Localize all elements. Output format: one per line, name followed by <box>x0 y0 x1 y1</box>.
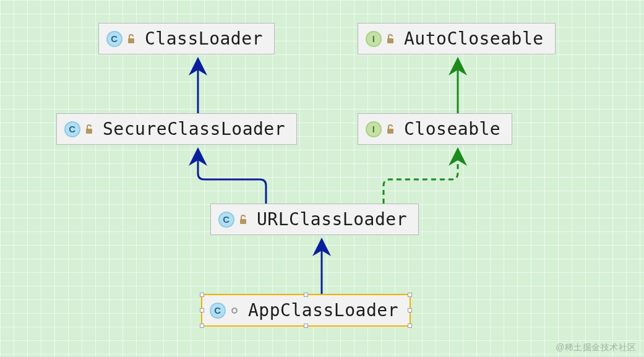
svg-rect-3 <box>387 129 393 134</box>
node-label: SecureClassLoader <box>103 119 285 139</box>
class-icon: C <box>64 121 80 137</box>
node-label: Closeable <box>404 119 500 139</box>
node-label: ClassLoader <box>145 28 263 49</box>
svg-rect-2 <box>86 129 92 134</box>
watermark-text: @稀土掘金技术社区 <box>556 342 637 353</box>
class-icon: C <box>106 31 122 47</box>
interface-icon: I <box>366 121 382 137</box>
node-closeable[interactable]: I Closeable <box>358 113 512 145</box>
node-label: AppClassLoader <box>248 300 398 320</box>
node-urlclassloader[interactable]: C URLClassLoader <box>210 204 419 235</box>
resize-handle[interactable] <box>304 324 308 328</box>
class-icon: C <box>218 212 234 228</box>
resize-handle[interactable] <box>304 293 308 297</box>
resize-handle[interactable] <box>408 308 412 312</box>
svg-rect-1 <box>387 38 393 43</box>
node-autocloseable[interactable]: I AutoCloseable <box>358 23 556 54</box>
resize-handle[interactable] <box>200 293 204 297</box>
lock-icon <box>84 123 94 135</box>
edge-url-to-closeable <box>384 149 458 204</box>
lock-icon <box>126 33 136 45</box>
node-secureclassloader[interactable]: C SecureClassLoader <box>56 113 297 145</box>
lock-icon <box>385 33 395 45</box>
resize-handle[interactable] <box>200 324 204 328</box>
circle-icon <box>230 304 239 317</box>
class-icon: C <box>210 303 226 319</box>
svg-rect-0 <box>128 38 134 43</box>
svg-rect-4 <box>240 219 246 224</box>
node-label: AutoCloseable <box>404 28 544 49</box>
lock-icon <box>385 123 395 135</box>
svg-point-5 <box>232 308 237 313</box>
resize-handle[interactable] <box>408 293 412 297</box>
node-label: URLClassLoader <box>257 209 407 230</box>
node-classloader[interactable]: C ClassLoader <box>98 23 275 54</box>
lock-icon <box>238 213 248 226</box>
interface-icon: I <box>366 31 382 47</box>
edge-url-to-secure <box>198 149 266 204</box>
resize-handle[interactable] <box>408 324 412 328</box>
node-appclassloader[interactable]: C AppClassLoader <box>201 294 411 327</box>
resize-handle[interactable] <box>200 308 204 312</box>
